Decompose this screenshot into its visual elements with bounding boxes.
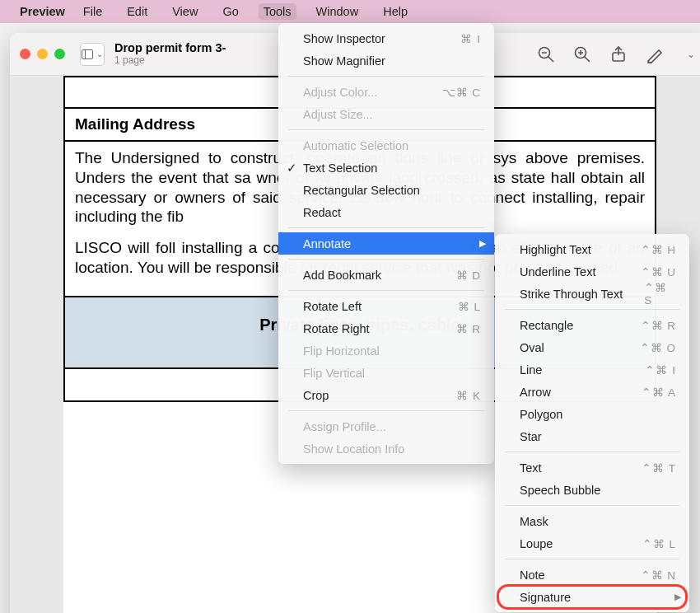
fullscreen-button[interactable] [54,49,65,59]
menu-loupe[interactable]: Loupe⌃⌘ L [495,532,689,555]
menu-view[interactable]: View [167,3,203,20]
svg-rect-0 [82,49,93,58]
menu-rotate-left[interactable]: Rotate Left⌘ L [278,295,494,317]
menu-text-selection[interactable]: ✓Text Selection [278,157,494,179]
svg-line-3 [548,57,553,62]
menu-rotate-right[interactable]: Rotate Right⌘ R [278,317,494,339]
menu-crop[interactable]: Crop⌘ K [278,384,494,406]
menu-line[interactable]: Line⌃⌘ I [495,358,689,381]
svg-line-6 [585,57,590,62]
menu-note[interactable]: Note⌃⌘ N [495,564,689,586]
macos-menubar: Preview File Edit View Go Tools Window H… [0,0,700,23]
title-block: Drop permit form 3- 1 page [114,41,226,66]
submenu-arrow-icon: ▶ [674,592,681,602]
menu-star[interactable]: Star [495,425,689,447]
sidebar-toggle[interactable]: ⌄ [80,43,105,66]
menu-tools[interactable]: Tools [259,3,296,20]
menu-arrow[interactable]: Arrow⌃⌘ A [495,381,689,403]
menu-redact[interactable]: Redact [278,201,494,223]
chevron-down-icon: ⌄ [96,49,103,58]
menu-annotate[interactable]: Annotate▶ [278,232,494,255]
menu-highlight-text[interactable]: Highlight Text⌃⌘ H [495,238,689,260]
menu-speech-bubble[interactable]: Speech Bubble [495,479,689,501]
menu-adjust-color: Adjust Color...⌥⌘ C [278,81,494,103]
zoom-out-icon[interactable] [537,45,555,63]
menu-go[interactable]: Go [217,3,243,20]
menu-show-location-info: Show Location Info [278,438,494,460]
annotate-submenu: Highlight Text⌃⌘ H Underline Text⌃⌘ U St… [495,234,689,612]
menu-add-bookmark[interactable]: Add Bookmark⌘ D [278,264,494,286]
more-toolbar-icon[interactable]: ⌄ [682,45,700,63]
menu-adjust-size: Adjust Size... [278,103,494,125]
menu-text[interactable]: Text⌃⌘ T [495,456,689,479]
menu-automatic-selection: Automatic Selection [278,134,494,157]
menu-show-magnifier[interactable]: Show Magnifier [278,49,494,72]
menu-mask[interactable]: Mask [495,510,689,532]
menu-oval[interactable]: Oval⌃⌘ O [495,336,689,358]
menu-file[interactable]: File [78,3,107,20]
menu-flip-vertical: Flip Vertical [278,362,494,384]
close-button[interactable] [20,49,30,59]
menu-help[interactable]: Help [378,3,413,20]
menu-polygon[interactable]: Polygon [495,403,689,425]
menu-underline-text[interactable]: Underline Text⌃⌘ U [495,260,689,283]
minimize-button[interactable] [37,49,48,59]
document-title: Drop permit form 3- [114,41,226,55]
traffic-lights [20,49,65,59]
share-icon[interactable] [609,45,628,63]
menu-edit[interactable]: Edit [122,3,152,20]
document-subtitle: 1 page [114,55,226,67]
menu-assign-profile: Assign Profile... [278,415,494,438]
menu-window[interactable]: Window [311,3,364,20]
tools-menu: Show Inspector⌘ I Show Magnifier Adjust … [278,23,494,464]
menu-rectangle[interactable]: Rectangle⌃⌘ R [495,314,689,336]
app-name[interactable]: Preview [20,5,65,18]
checkmark-icon: ✓ [287,161,297,175]
menu-flip-horizontal: Flip Horizontal [278,339,494,362]
menu-signature[interactable]: Signature ▶ [495,586,689,608]
toolbar-right: ⌄ [537,45,700,63]
menu-strike-through-text[interactable]: Strike Through Text⌃⌘ S [495,283,689,305]
zoom-in-icon[interactable] [573,45,591,63]
submenu-arrow-icon: ▶ [479,238,486,249]
markup-icon[interactable] [646,45,664,63]
menu-rectangular-selection[interactable]: Rectangular Selection [278,179,494,201]
menu-show-inspector[interactable]: Show Inspector⌘ I [278,27,494,49]
